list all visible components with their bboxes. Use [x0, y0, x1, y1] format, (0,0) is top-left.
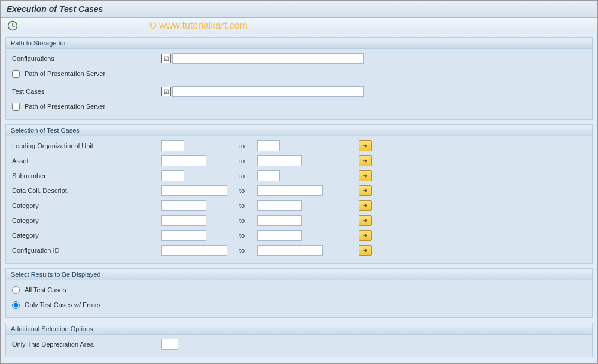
radio-errors-label: Only Test Cases w/ Errors [25, 301, 100, 308]
selection-label: Category [12, 232, 161, 239]
selection-row: Leading Organizational Unitto [12, 140, 586, 152]
to-label: to [239, 232, 257, 239]
configurations-label: Configurations [12, 55, 161, 62]
from-input[interactable] [161, 200, 206, 211]
group-selection-header: Selection of Test Cases [6, 125, 592, 136]
from-input[interactable] [161, 140, 184, 151]
to-label: to [239, 217, 257, 224]
to-input[interactable] [257, 230, 302, 241]
selection-row: Subnumberto [12, 170, 586, 182]
page-title: Execution of Test Cases [1, 1, 597, 18]
radio-all-label: All Test Cases [25, 286, 66, 293]
multiple-selection-button[interactable] [359, 140, 372, 151]
selection-label: Leading Organizational Unit [12, 142, 161, 149]
arrow-right-icon [362, 158, 368, 164]
arrow-right-icon [362, 143, 368, 149]
selection-label: Category [12, 217, 161, 224]
from-input[interactable] [161, 245, 227, 256]
multiple-selection-button[interactable] [359, 185, 372, 196]
test-cases-input[interactable] [172, 86, 364, 97]
group-storage: Path to Storage for Configurations ☑ Pat… [5, 37, 593, 120]
radio-errors-only[interactable]: Only Test Cases w/ Errors [12, 301, 100, 309]
to-label: to [239, 202, 257, 209]
path-pres-server-label-1: Path of Presentation Server [25, 70, 105, 77]
from-input[interactable] [161, 185, 227, 196]
to-label: to [239, 142, 257, 149]
from-input[interactable] [161, 170, 184, 181]
to-input[interactable] [257, 200, 302, 211]
to-input[interactable] [257, 140, 280, 151]
path-pres-server-checkbox-2[interactable] [12, 103, 20, 111]
radio-all-test-cases[interactable]: All Test Cases [12, 286, 66, 294]
execute-icon[interactable] [7, 20, 19, 31]
multiple-selection-button[interactable] [359, 215, 372, 226]
selection-row: Data Coll. Descript.to [12, 185, 586, 197]
group-storage-header: Path to Storage for [6, 38, 592, 49]
selection-row: Categoryto [12, 215, 586, 227]
to-label: to [239, 247, 257, 254]
depreciation-input[interactable] [161, 339, 178, 350]
to-label: to [239, 157, 257, 164]
from-input[interactable] [161, 155, 206, 166]
valuehelp-icon[interactable]: ☑ [161, 87, 171, 96]
depreciation-label: Only This Depreciation Area [12, 341, 161, 348]
selection-row: Categoryto [12, 230, 586, 241]
to-input[interactable] [257, 155, 302, 166]
group-results: Select Results to Be Displayed All Test … [5, 268, 593, 318]
group-additional-header: Additional Selection Options [6, 323, 592, 335]
test-cases-label: Test Cases [12, 88, 161, 95]
multiple-selection-button[interactable] [359, 170, 372, 181]
selection-label: Asset [12, 157, 161, 164]
path-pres-server-2[interactable]: Path of Presentation Server [12, 103, 161, 111]
from-input[interactable] [161, 215, 206, 226]
valuehelp-icon[interactable]: ☑ [161, 54, 171, 63]
to-input[interactable] [257, 245, 323, 256]
multiple-selection-button[interactable] [359, 245, 372, 256]
selection-label: Category [12, 202, 161, 209]
selection-label: Configuration ID [12, 247, 161, 254]
multiple-selection-button[interactable] [359, 200, 372, 211]
selection-label: Data Coll. Descript. [12, 187, 161, 194]
to-label: to [239, 172, 257, 179]
group-results-header: Select Results to Be Displayed [6, 269, 592, 280]
multiple-selection-button[interactable] [359, 155, 372, 166]
group-selection: Selection of Test Cases Leading Organiza… [5, 124, 593, 264]
arrow-right-icon [362, 188, 368, 194]
path-pres-server-1[interactable]: Path of Presentation Server [12, 70, 161, 78]
radio-errors-input[interactable] [12, 301, 20, 309]
selection-row: Categoryto [12, 200, 586, 212]
group-additional: Additional Selection Options Only This D… [5, 323, 593, 357]
path-pres-server-label-2: Path of Presentation Server [25, 103, 105, 110]
arrow-right-icon [362, 233, 368, 238]
multiple-selection-button[interactable] [359, 230, 372, 241]
arrow-right-icon [362, 173, 368, 179]
arrow-right-icon [362, 218, 368, 224]
selection-label: Subnumber [12, 172, 161, 179]
to-input[interactable] [257, 170, 280, 181]
toolbar [1, 18, 597, 33]
selection-row: Assetto [12, 155, 586, 167]
arrow-right-icon [362, 203, 368, 209]
path-pres-server-checkbox-1[interactable] [12, 70, 20, 78]
selection-row: Configuration IDto [12, 244, 586, 256]
arrow-right-icon [362, 247, 368, 253]
configurations-input[interactable] [172, 53, 364, 64]
to-input[interactable] [257, 185, 323, 196]
radio-all-input[interactable] [12, 286, 20, 294]
to-label: to [239, 187, 257, 194]
content-area: Path to Storage for Configurations ☑ Pat… [1, 33, 597, 364]
from-input[interactable] [161, 230, 206, 241]
to-input[interactable] [257, 215, 302, 226]
